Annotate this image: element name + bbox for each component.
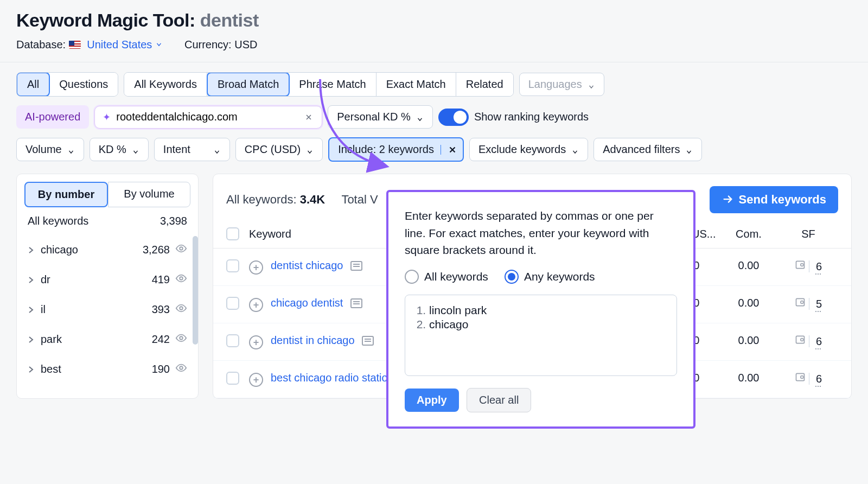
- keyword-groups-sidebar: By number By volume All keywords 3,398 c…: [16, 174, 199, 399]
- sidebar-group-il[interactable]: il393: [17, 295, 198, 324]
- sidebar-group-park[interactable]: park242: [17, 324, 198, 354]
- show-ranking-toggle[interactable]: [438, 109, 469, 126]
- row-checkbox[interactable]: [226, 297, 239, 310]
- add-keyword-button[interactable]: +: [249, 298, 263, 312]
- sidebar-tab-by-volume[interactable]: By volume: [108, 182, 190, 207]
- add-keyword-button[interactable]: +: [249, 373, 263, 387]
- filter-kd[interactable]: KD %: [90, 138, 149, 161]
- tab-phrase-match[interactable]: Phrase Match: [289, 73, 376, 96]
- tab-all-keywords[interactable]: All Keywords: [124, 73, 207, 96]
- add-keyword-button[interactable]: +: [249, 260, 263, 275]
- eye-icon[interactable]: [175, 362, 187, 377]
- eye-icon[interactable]: [175, 272, 187, 287]
- svg-point-4: [180, 366, 183, 370]
- filter-intent[interactable]: Intent: [154, 138, 230, 161]
- apply-button[interactable]: Apply: [405, 389, 459, 412]
- sidebar-tab-by-number[interactable]: By number: [24, 182, 108, 207]
- col-com[interactable]: Com.: [719, 228, 778, 240]
- popover-helptext: Enter keywords separated by commas or on…: [405, 207, 677, 259]
- clear-include-button[interactable]: [441, 145, 457, 155]
- chevron-down-icon: [588, 81, 595, 88]
- chevron-down-icon: [155, 39, 163, 46]
- chevron-down-icon: [571, 146, 579, 154]
- include-keyword-item: chicago: [429, 318, 667, 331]
- svg-point-6: [801, 264, 803, 266]
- languages-dropdown[interactable]: Languages: [519, 73, 604, 96]
- cell-com: 0.00: [719, 297, 778, 309]
- currency-label: Currency: USD: [184, 39, 258, 51]
- chevron-down-icon: [213, 146, 221, 154]
- row-checkbox[interactable]: [226, 334, 239, 347]
- send-icon: [722, 194, 733, 206]
- eye-icon[interactable]: [175, 302, 187, 317]
- radio-any-keywords[interactable]: Any keywords: [505, 270, 595, 284]
- radio-all-keywords[interactable]: All keywords: [405, 270, 488, 284]
- show-ranking-label: Show ranking keywords: [474, 111, 589, 123]
- clear-domain-button[interactable]: [301, 110, 316, 125]
- filter-include[interactable]: Include: 2 keywords: [328, 137, 464, 162]
- cell-sf[interactable]: 6: [778, 259, 838, 273]
- cell-sf[interactable]: 5: [778, 297, 838, 310]
- add-keyword-button[interactable]: +: [249, 335, 263, 349]
- seed-keyword: dentist: [200, 10, 259, 30]
- chevron-down-icon: [67, 146, 75, 154]
- qtype-segmented: All Questions: [16, 72, 118, 97]
- ai-domain-input[interactable]: [116, 111, 296, 123]
- row-checkbox[interactable]: [226, 259, 239, 272]
- match-segmented: All Keywords Broad Match Phrase Match Ex…: [124, 72, 513, 97]
- filter-advanced[interactable]: Advanced filters: [593, 138, 702, 161]
- sidebar-all-keywords[interactable]: All keywords 3,398: [17, 207, 198, 235]
- svg-point-8: [801, 301, 803, 304]
- serp-icon[interactable]: [350, 298, 362, 308]
- sidebar-group-dr[interactable]: dr419: [17, 265, 198, 295]
- personal-kd-dropdown[interactable]: Personal KD %: [328, 105, 433, 129]
- tab-questions[interactable]: Questions: [49, 73, 118, 96]
- cell-sf[interactable]: 6: [778, 334, 838, 348]
- chevron-down-icon: [132, 146, 139, 154]
- serp-features-icon: [795, 334, 806, 345]
- filter-volume[interactable]: Volume: [16, 138, 84, 161]
- filter-exclude[interactable]: Exclude keywords: [469, 138, 588, 161]
- include-keywords-textarea[interactable]: lincoln parkchicago: [405, 295, 677, 376]
- svg-point-10: [801, 339, 803, 341]
- serp-icon[interactable]: [362, 336, 374, 346]
- keyword-link[interactable]: chicago dentist: [271, 297, 362, 309]
- eye-icon[interactable]: [175, 332, 187, 347]
- page-title: Keyword Magic Tool: dentist: [16, 10, 852, 31]
- send-keywords-button[interactable]: Send keywords: [710, 186, 838, 213]
- svg-point-12: [801, 376, 803, 379]
- sidebar-group-chicago[interactable]: chicago3,268: [17, 235, 198, 265]
- row-checkbox[interactable]: [226, 372, 239, 385]
- serp-features-icon: [795, 259, 806, 270]
- sparkle-icon: ✦: [103, 111, 111, 123]
- tab-related[interactable]: Related: [456, 73, 513, 96]
- filter-cpc[interactable]: CPC (USD): [235, 138, 323, 161]
- eye-icon[interactable]: [175, 243, 187, 257]
- tab-exact-match[interactable]: Exact Match: [376, 73, 456, 96]
- serp-icon[interactable]: [350, 261, 362, 271]
- cell-com: 0.00: [719, 372, 778, 384]
- svg-point-3: [180, 336, 183, 340]
- include-keywords-popover: Enter keywords separated by commas or on…: [386, 190, 695, 429]
- cell-sf[interactable]: 6: [778, 372, 838, 385]
- sidebar-group-best[interactable]: best190: [17, 354, 198, 384]
- chevron-right-icon: [28, 303, 34, 316]
- select-all-checkbox[interactable]: [226, 227, 239, 240]
- include-keyword-item: lincoln park: [429, 304, 667, 317]
- database-selector[interactable]: Database: United States: [16, 39, 163, 51]
- us-flag-icon: [69, 41, 81, 49]
- svg-point-1: [180, 277, 183, 280]
- sidebar-scrollbar[interactable]: [193, 236, 198, 398]
- tab-all[interactable]: All: [16, 72, 50, 97]
- tab-broad-match[interactable]: Broad Match: [207, 72, 290, 97]
- chevron-down-icon: [685, 146, 693, 154]
- chevron-right-icon: [28, 363, 34, 375]
- col-sf[interactable]: SF: [778, 228, 838, 240]
- cell-com: 0.00: [719, 259, 778, 272]
- clear-all-button[interactable]: Clear all: [467, 388, 531, 412]
- keyword-link[interactable]: dentist in chicago: [271, 334, 374, 347]
- chevron-right-icon: [28, 333, 34, 346]
- keyword-link[interactable]: dentist chicago: [271, 259, 362, 272]
- chevron-right-icon: [28, 273, 34, 286]
- chevron-right-icon: [28, 244, 34, 256]
